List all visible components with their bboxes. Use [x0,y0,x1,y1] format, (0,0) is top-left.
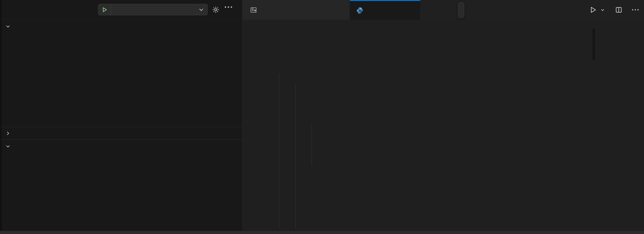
markdown-preview-icon [250,6,257,14]
editor-tab-bar: ··· [242,0,644,20]
editor-more-actions-icon[interactable]: ··· [632,6,640,14]
chevron-right-icon [5,130,11,136]
python-icon [356,7,364,14]
start-debugging-icon[interactable] [98,4,111,15]
run-python-file-icon[interactable] [589,6,597,14]
variables-section-header[interactable] [0,20,242,33]
chevron-down-icon [5,143,11,149]
call-stack-section-header[interactable] [0,139,242,153]
indent-guide [312,125,312,166]
tab-app-py[interactable] [350,0,420,20]
gear-icon[interactable] [212,6,220,14]
chevron-down-icon [198,6,204,13]
watch-section-header[interactable] [0,127,242,140]
minimap-shadow [591,29,595,60]
sidebar-more-actions-icon[interactable]: ··· [224,2,233,12]
indent-guide [295,84,296,229]
editor-group: ··· [242,0,644,234]
code-editor[interactable] [242,33,644,231]
window-bottom-edge [0,231,644,234]
run-dropdown-chevron-icon[interactable] [600,7,606,13]
minimap[interactable] [594,30,644,57]
debug-toolbar [458,2,464,18]
vscode-window: ··· [0,0,644,234]
tab-preview-readme[interactable] [242,0,350,20]
indent-guide [279,74,279,229]
debug-configurations-dropdown[interactable] [98,4,208,15]
breadcrumb [242,20,644,33]
sidebar-toolbar: ··· [0,0,242,19]
run-and-debug-sidebar: ··· [0,0,242,234]
editor-actions: ··· [589,0,644,20]
chevron-down-icon [5,23,11,29]
split-editor-icon[interactable] [615,6,622,14]
